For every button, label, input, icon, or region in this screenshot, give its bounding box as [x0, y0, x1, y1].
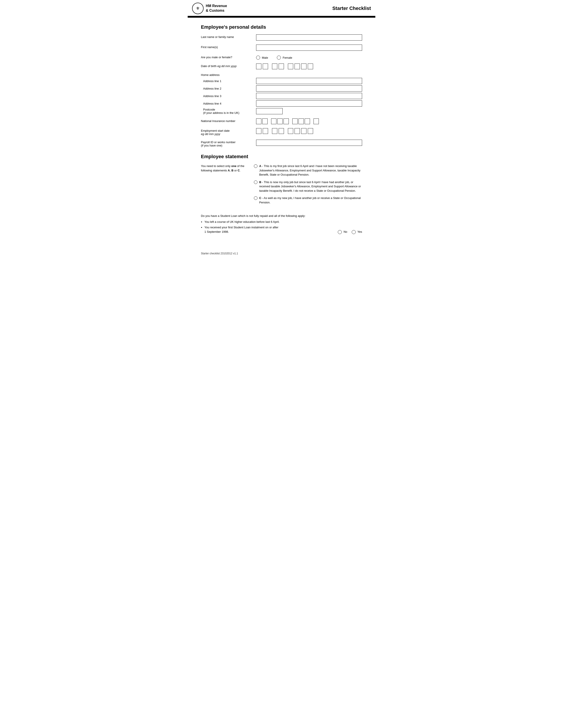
student-loan-no-option[interactable]: No — [338, 230, 347, 234]
address-line4-input[interactable] — [256, 100, 362, 107]
dob-yyyy1[interactable] — [288, 64, 293, 69]
ni-field — [256, 118, 362, 124]
student-loan-radio-group: No Yes — [338, 230, 362, 234]
ni-c1[interactable] — [256, 118, 261, 124]
gender-male-label: Male — [262, 56, 268, 59]
dob-row: Date of birth eg dd mm yyyy — [201, 64, 362, 69]
address-line3-input[interactable] — [256, 93, 362, 99]
address-line1-field — [256, 78, 362, 84]
dob-dd1[interactable] — [256, 64, 261, 69]
student-loan-no-radio[interactable] — [338, 230, 342, 234]
address-line4-label: Address line 4 — [201, 102, 256, 105]
logo-text: HM Revenue & Customs — [206, 4, 227, 13]
dob-yyyy2[interactable] — [295, 64, 300, 69]
dob-mm1[interactable] — [272, 64, 277, 69]
address-line3-label: Address line 3 — [201, 94, 256, 98]
statement-text-c: C - As well as my new job, I have anothe… — [259, 196, 362, 205]
emp-mm2[interactable] — [278, 128, 284, 134]
gender-field: Male Female — [256, 55, 362, 60]
student-loan-bullet2-content: You received your first Student Loan ins… — [204, 225, 362, 235]
address-line2-row: Address line 2 — [201, 85, 362, 92]
main-content: Employee's personal details Last name or… — [188, 18, 375, 243]
student-loan-yes-radio[interactable] — [352, 230, 356, 234]
ni-row: National Insurance number — [201, 118, 362, 124]
first-name-field — [256, 45, 362, 51]
ni-c3[interactable] — [271, 118, 276, 124]
dob-mm2[interactable] — [278, 64, 284, 69]
gender-label: Are you male or female? — [201, 55, 256, 59]
dob-yyyy4[interactable] — [308, 64, 313, 69]
home-address-label: Home address — [201, 73, 362, 77]
gender-radio-group: Male Female — [256, 55, 362, 60]
emp-start-row: Employment start date eg dd mm yyyy — [201, 128, 362, 136]
gender-female-option[interactable]: Female — [277, 56, 292, 60]
last-name-row: Last name or family name — [201, 34, 362, 41]
address-line3-field — [256, 93, 362, 99]
payroll-input[interactable] — [256, 140, 362, 146]
ni-c8[interactable] — [305, 118, 310, 124]
student-loan-yes-option[interactable]: Yes — [352, 230, 362, 234]
first-name-label: First name(s) — [201, 45, 256, 49]
personal-details-heading: Employee's personal details — [201, 24, 362, 30]
postcode-input[interactable] — [256, 108, 283, 114]
postcode-label: Postcode (if your address is in the UK) — [201, 108, 256, 114]
last-name-label: Last name or family name — [201, 34, 256, 39]
dob-yyyy3[interactable] — [301, 64, 307, 69]
address-line2-input[interactable] — [256, 85, 362, 92]
student-loan-bullet2-row: You received your first Student Loan ins… — [204, 225, 362, 235]
ni-c5[interactable] — [284, 118, 289, 124]
statement-body: You need to select only one of the follo… — [201, 164, 362, 208]
emp-yyyy3[interactable] — [301, 128, 307, 134]
ni-c2[interactable] — [262, 118, 267, 124]
gender-row: Are you male or female? Male Female — [201, 55, 362, 60]
emp-yyyy1[interactable] — [288, 128, 293, 134]
statement-intro: You need to select only one of the follo… — [201, 164, 249, 208]
page-footer: Starter checklist 23102012 v1.1 — [188, 252, 375, 259]
payroll-field — [256, 140, 362, 146]
address-line3-row: Address line 3 — [201, 93, 362, 99]
gender-female-radio[interactable] — [277, 56, 281, 60]
dob-label: Date of birth eg dd mm yyyy — [201, 64, 256, 68]
ni-c4[interactable] — [277, 118, 283, 124]
emp-yyyy2[interactable] — [295, 128, 300, 134]
payroll-row: Payroll ID or works number (if you have … — [201, 140, 362, 147]
address-line2-field — [256, 85, 362, 92]
gender-female-label: Female — [283, 56, 292, 59]
address-line1-input[interactable] — [256, 78, 362, 84]
emp-mm1[interactable] — [272, 128, 277, 134]
last-name-input[interactable] — [256, 34, 362, 41]
page-header: ⚜ HM Revenue & Customs Starter Checklist — [188, 0, 375, 16]
statement-options: A - This is my first job since last 6 Ap… — [254, 164, 362, 208]
student-loan-no-label: No — [344, 230, 347, 234]
statement-radio-a[interactable] — [254, 164, 257, 168]
ni-c7[interactable] — [299, 118, 304, 124]
emp-start-boxes — [256, 128, 362, 134]
dob-boxes — [256, 64, 362, 69]
employee-statement-heading: Employee statement — [201, 154, 362, 159]
gender-male-option[interactable]: Male — [256, 56, 268, 60]
header-bar — [188, 16, 375, 18]
postcode-field — [256, 108, 362, 114]
student-loan-yes-label: Yes — [358, 230, 362, 234]
statement-option-c: C - As well as my new job, I have anothe… — [254, 196, 362, 205]
page-title: Starter Checklist — [332, 6, 371, 11]
dob-dd2[interactable] — [263, 64, 268, 69]
student-loan-bullet2-text: You received your first Student Loan ins… — [204, 225, 334, 235]
ni-c9[interactable] — [314, 118, 319, 124]
emp-dd2[interactable] — [263, 128, 268, 134]
footer-text: Starter checklist 23102012 v1.1 — [201, 252, 238, 255]
address-line1-label: Address line 1 — [201, 79, 256, 83]
statement-radio-b[interactable] — [254, 180, 257, 184]
first-name-input[interactable] — [256, 45, 362, 51]
emp-start-label: Employment start date eg dd mm yyyy — [201, 128, 256, 136]
address-line2-label: Address line 2 — [201, 87, 256, 90]
emp-yyyy4[interactable] — [308, 128, 313, 134]
statement-radio-c[interactable] — [254, 196, 257, 200]
dob-field — [256, 64, 362, 69]
emp-dd1[interactable] — [256, 128, 261, 134]
home-address-block: Home address Address line 1 Address line… — [201, 73, 362, 114]
gender-male-radio[interactable] — [256, 56, 260, 60]
ni-c6[interactable] — [292, 118, 298, 124]
employee-statement-section: Employee statement You need to select on… — [201, 154, 362, 208]
address-line4-field — [256, 100, 362, 107]
